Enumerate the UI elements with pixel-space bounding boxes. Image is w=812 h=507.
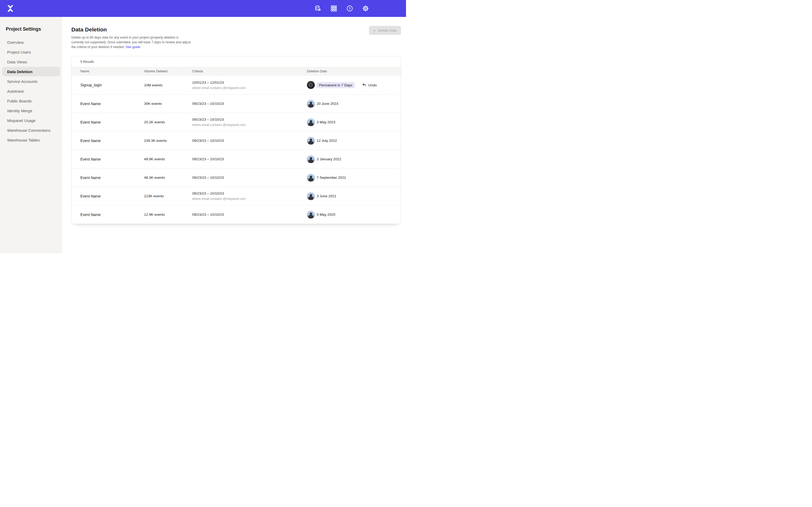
undo-label: Undo bbox=[368, 83, 377, 87]
row-criteria: 09/23/23 – 10/10/23 bbox=[192, 213, 307, 217]
row-volume-deleted: 49.9K events bbox=[144, 157, 192, 161]
help-icon[interactable]: ? bbox=[346, 5, 353, 12]
row-criteria-daterange: 10/01/23 – 12/01/23 bbox=[192, 80, 307, 84]
row-name: Event Name bbox=[80, 138, 144, 143]
row-criteria: 09/23/23 – 10/10/23where email contains … bbox=[192, 191, 307, 201]
row-name: Event Name bbox=[80, 102, 144, 106]
deletion-date-value: 3 May 2023 bbox=[317, 120, 336, 124]
deletion-date-value: 3 January 2022 bbox=[317, 157, 341, 161]
sidebar-heading: Project Settings bbox=[6, 26, 60, 32]
row-volume-deleted: 239.3K events bbox=[144, 138, 192, 143]
sidebar-item-autotrack[interactable]: Autotrack bbox=[2, 87, 60, 96]
row-volume-deleted: 48.3K events bbox=[144, 176, 192, 180]
table-row: Event Name123K events09/23/23 – 10/10/23… bbox=[71, 187, 401, 205]
row-criteria: 09/23/23 – 10/10/23 bbox=[192, 176, 307, 180]
table-row: Event Name20.2K events09/23/23 – 10/10/2… bbox=[71, 113, 401, 131]
deletion-table-card: 5 Results NameVolume DeletedCriteriaDele… bbox=[71, 56, 401, 224]
deletion-date-value: 7 September 2021 bbox=[317, 176, 346, 180]
main-content: Data Deletion Delete up to 90 days data … bbox=[62, 17, 406, 253]
delete-data-button-label: Delete Data bbox=[378, 29, 397, 33]
row-name: Signup_login bbox=[80, 83, 144, 87]
row-criteria-daterange: 09/23/23 – 10/10/23 bbox=[192, 213, 307, 217]
page-description: Delete up to 90 days data for any event … bbox=[71, 35, 191, 49]
deletion-date-value: 3 June 2021 bbox=[317, 194, 336, 198]
sidebar-item-warehouse-tables[interactable]: Warehouse Tables bbox=[2, 135, 60, 145]
table-row: Event Name48.3K events09/23/23 – 10/10/2… bbox=[71, 168, 401, 187]
row-criteria-daterange: 09/23/23 – 10/10/23 bbox=[192, 138, 307, 143]
row-criteria-filter: where email contains @mixpanel.com bbox=[192, 123, 307, 127]
row-deletion-date: 12 July 2022 bbox=[307, 137, 401, 145]
plus-icon: + bbox=[373, 28, 376, 33]
user-avatar bbox=[307, 137, 315, 145]
row-volume-deleted: 20.2K events bbox=[144, 120, 192, 124]
row-name: Event Name bbox=[80, 157, 144, 161]
row-criteria-daterange: 09/23/23 – 10/10/23 bbox=[192, 157, 307, 161]
row-volume-deleted: 30K events bbox=[144, 102, 192, 106]
user-avatar bbox=[307, 174, 315, 182]
table-row: Event Name49.9K events09/23/23 – 10/10/2… bbox=[71, 150, 401, 168]
row-criteria-daterange: 09/23/23 – 10/10/23 bbox=[192, 102, 307, 106]
row-name: Event Name bbox=[80, 120, 144, 124]
topbar: ? bbox=[0, 0, 406, 17]
column-header-deletion-date: Deletion Date bbox=[307, 69, 401, 73]
row-deletion-date: 7 September 2021 bbox=[307, 174, 401, 182]
sidebar-item-service-accounts[interactable]: Service Accounts bbox=[2, 76, 60, 86]
mixpanel-logo-icon bbox=[7, 5, 14, 12]
row-deletion-date: 3 May 2023 bbox=[307, 118, 401, 126]
undo-button[interactable]: Undo bbox=[362, 83, 377, 87]
column-header-name: Name bbox=[80, 69, 144, 73]
see-guide-link[interactable]: See guide bbox=[125, 45, 140, 49]
settings-gear-icon[interactable] bbox=[362, 5, 369, 12]
row-deletion-date: 20 June 2023 bbox=[307, 100, 401, 108]
column-header-criteria: Criteria bbox=[192, 69, 307, 73]
table-body: Signup_login10M events10/01/23 – 12/01/2… bbox=[71, 76, 401, 224]
row-criteria: 09/23/23 – 10/10/23 bbox=[192, 157, 307, 161]
apps-grid-icon[interactable] bbox=[331, 5, 337, 12]
data-management-icon[interactable] bbox=[314, 5, 321, 12]
sidebar-nav: OverviewProject UsersData ViewsData Dele… bbox=[2, 38, 60, 145]
sidebar-item-public-boards[interactable]: Public Boards bbox=[2, 96, 60, 106]
user-avatar bbox=[307, 211, 315, 219]
row-criteria: 09/23/23 – 10/10/23 bbox=[192, 138, 307, 143]
row-deletion-date: 3 June 2021 bbox=[307, 192, 401, 200]
table-row: Event Name239.3K events09/23/23 – 10/10/… bbox=[71, 131, 401, 150]
row-criteria-daterange: 09/23/23 – 10/10/23 bbox=[192, 117, 307, 121]
sidebar: Project Settings OverviewProject UsersDa… bbox=[0, 17, 62, 253]
sidebar-item-identity-merge[interactable]: Identity Merge bbox=[2, 106, 60, 115]
user-avatar bbox=[307, 155, 315, 163]
row-criteria: 10/01/23 – 12/01/23where email contains … bbox=[192, 80, 307, 90]
page-title: Data Deletion bbox=[71, 26, 401, 33]
mixpanel-logo[interactable] bbox=[6, 4, 14, 12]
row-deletion-date: Permanent in 7 DaysUndo bbox=[307, 81, 401, 89]
row-deletion-date: 3 January 2022 bbox=[307, 155, 401, 163]
row-criteria-filter: where email contains @mixpanel.com bbox=[192, 86, 307, 90]
row-criteria-filter: where email contains @mixpanel.com bbox=[192, 197, 307, 201]
results-count: 5 Results bbox=[71, 56, 401, 67]
row-criteria: 09/23/23 – 10/10/23where email contains … bbox=[192, 117, 307, 127]
sidebar-item-project-users[interactable]: Project Users bbox=[2, 47, 60, 57]
row-name: Event Name bbox=[80, 213, 144, 217]
user-avatar bbox=[307, 100, 315, 108]
deletion-date-value: 20 June 2023 bbox=[317, 102, 338, 106]
user-avatar bbox=[307, 192, 315, 200]
row-criteria-daterange: 09/23/23 – 10/10/23 bbox=[192, 191, 307, 195]
svg-text:?: ? bbox=[349, 7, 351, 11]
row-criteria: 09/23/23 – 10/10/23 bbox=[192, 102, 307, 106]
column-header-volume-deleted: Volume Deleted bbox=[144, 69, 192, 73]
table-row: Event Name12.9K events09/23/23 – 10/10/2… bbox=[71, 205, 401, 224]
table-row: Event Name30K events09/23/23 – 10/10/232… bbox=[71, 94, 401, 113]
row-criteria-daterange: 09/23/23 – 10/10/23 bbox=[192, 176, 307, 180]
row-volume-deleted: 12.9K events bbox=[144, 213, 192, 217]
sidebar-item-data-deletion[interactable]: Data Deletion bbox=[2, 67, 60, 76]
delete-data-button[interactable]: + Delete Data bbox=[369, 26, 401, 35]
topbar-icons: ? bbox=[314, 5, 369, 12]
sidebar-item-warehouse-connections[interactable]: Warehouse Connections bbox=[2, 125, 60, 135]
row-name: Event Name bbox=[80, 176, 144, 180]
row-deletion-date: 5 May 2020 bbox=[307, 211, 401, 219]
sidebar-item-mixpanel-usage[interactable]: Mixpanel Usage bbox=[2, 116, 60, 125]
user-avatar bbox=[307, 118, 315, 126]
sidebar-item-overview[interactable]: Overview bbox=[2, 38, 60, 47]
sidebar-item-data-views[interactable]: Data Views bbox=[2, 57, 60, 66]
table-header-row: NameVolume DeletedCriteriaDeletion Date bbox=[71, 67, 401, 76]
row-volume-deleted: 123K events bbox=[144, 194, 192, 198]
